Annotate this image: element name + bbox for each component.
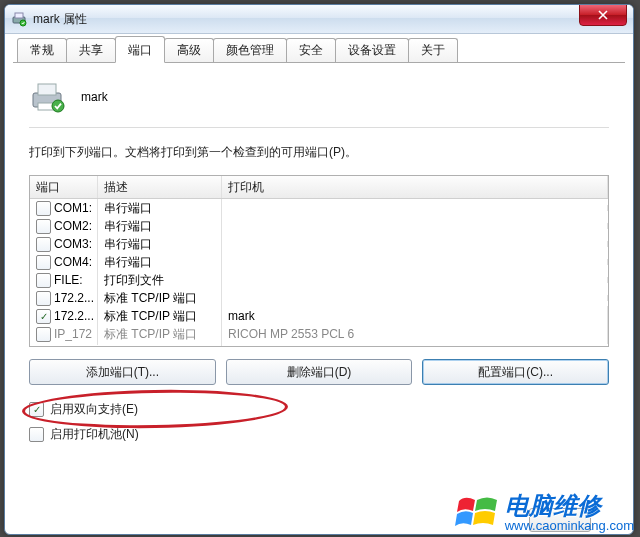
- row-checkbox[interactable]: [36, 237, 51, 252]
- row-checkbox[interactable]: [36, 201, 51, 216]
- cell-printer: [222, 259, 608, 265]
- table-row[interactable]: IP_172标准 TCP/IP 端口RICOH MP 2553 PCL 6: [30, 325, 608, 343]
- client-area: 常规共享端口高级颜色管理安全设备设置关于 mark 打印到下列端口。文档将打印到…: [13, 39, 625, 526]
- close-icon: [598, 10, 608, 20]
- ports-list-header: 端口 描述 打印机: [30, 176, 608, 199]
- col-printer[interactable]: 打印机: [222, 176, 608, 198]
- option-pool[interactable]: 启用打印机池(N): [29, 426, 609, 443]
- row-checkbox[interactable]: ✓: [36, 309, 51, 324]
- cell-printer: [222, 295, 608, 301]
- checkbox-pool[interactable]: [29, 427, 44, 442]
- properties-window: mark 属性 常规共享端口高级颜色管理安全设备设置关于 mark 打印到下列端…: [4, 4, 634, 535]
- tab-strip: 常规共享端口高级颜色管理安全设备设置关于: [13, 39, 625, 63]
- ports-list[interactable]: 端口 描述 打印机 COM1:串行端口COM2:串行端口COM3:串行端口COM…: [29, 175, 609, 347]
- row-checkbox[interactable]: [36, 219, 51, 234]
- add-port-button[interactable]: 添加端口(T)...: [29, 359, 216, 385]
- tab-2[interactable]: 端口: [115, 36, 165, 63]
- ports-description: 打印到下列端口。文档将打印到第一个检查到的可用端口(P)。: [29, 144, 609, 161]
- configure-port-label: 配置端口(C)...: [478, 364, 553, 381]
- tab-5[interactable]: 安全: [286, 38, 336, 62]
- row-checkbox[interactable]: [36, 327, 51, 342]
- printer-icon: [29, 81, 65, 113]
- delete-port-button[interactable]: 删除端口(D): [226, 359, 413, 385]
- titlebar: mark 属性: [5, 5, 633, 34]
- tab-6[interactable]: 设备设置: [335, 38, 409, 62]
- tab-0[interactable]: 常规: [17, 38, 67, 62]
- delete-port-label: 删除端口(D): [287, 364, 352, 381]
- cell-desc: 标准 TCP/IP 端口: [98, 323, 222, 346]
- cell-port: IP_172: [54, 327, 92, 341]
- close-button[interactable]: [579, 4, 627, 26]
- cell-port: COM3:: [54, 237, 92, 251]
- cell-port: 172.2...: [54, 291, 94, 305]
- cell-port: COM1:: [54, 201, 92, 215]
- partial-bottom-button[interactable]: [529, 508, 591, 532]
- row-checkbox[interactable]: [36, 255, 51, 270]
- printer-name: mark: [81, 90, 108, 104]
- cell-printer: mark: [222, 306, 608, 326]
- divider: [29, 127, 609, 128]
- tab-1[interactable]: 共享: [66, 38, 116, 62]
- option-bidirectional[interactable]: ✓ 启用双向支持(E): [29, 401, 609, 418]
- row-checkbox[interactable]: [36, 291, 51, 306]
- tab-7[interactable]: 关于: [408, 38, 458, 62]
- cell-printer: [222, 223, 608, 229]
- cell-printer: [222, 205, 608, 211]
- ports-rows[interactable]: COM1:串行端口COM2:串行端口COM3:串行端口COM4:串行端口FILE…: [30, 199, 608, 347]
- tab-page-ports: mark 打印到下列端口。文档将打印到第一个检查到的可用端口(P)。 端口 描述…: [13, 63, 625, 455]
- checkbox-bidirectional[interactable]: ✓: [29, 402, 44, 417]
- window-title: mark 属性: [33, 11, 87, 28]
- svg-rect-4: [38, 84, 56, 95]
- cell-port: COM2:: [54, 219, 92, 233]
- add-port-label: 添加端口(T)...: [86, 364, 159, 381]
- tab-3[interactable]: 高级: [164, 38, 214, 62]
- cell-printer: RICOH MP 2553 PCL 6: [222, 324, 608, 344]
- col-port[interactable]: 端口: [30, 176, 98, 198]
- configure-port-button[interactable]: 配置端口(C)...: [422, 359, 609, 385]
- cell-port: COM4:: [54, 255, 92, 269]
- tab-4[interactable]: 颜色管理: [213, 38, 287, 62]
- printer-small-icon: [11, 11, 27, 27]
- option-bidirectional-label: 启用双向支持(E): [50, 401, 138, 418]
- cell-printer: [222, 277, 608, 283]
- option-pool-label: 启用打印机池(N): [50, 426, 139, 443]
- row-checkbox[interactable]: [36, 273, 51, 288]
- cell-printer: [222, 241, 608, 247]
- col-desc[interactable]: 描述: [98, 176, 222, 198]
- cell-port: 172.2...: [54, 309, 94, 323]
- svg-rect-1: [15, 13, 23, 18]
- cell-port: FILE:: [54, 273, 83, 287]
